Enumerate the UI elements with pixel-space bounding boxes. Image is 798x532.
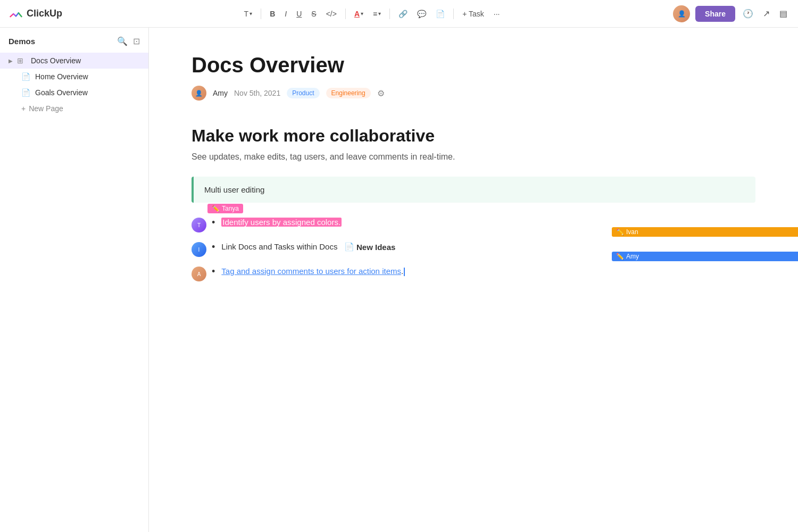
strikethrough-button[interactable]: S [308,7,319,20]
sidebar-workspace-title: Demos [9,37,35,46]
bullet-text-3: Tag and assign comments to users for act… [221,267,755,276]
separator4 [453,9,454,19]
bullet-dot-3: • [212,266,215,277]
doc-button[interactable]: 📄 [433,7,448,20]
cursor-label-amy: ✏️ Amy [612,252,798,261]
sidebar-item-goals-overview[interactable]: 📄 Goals Overview [0,85,148,101]
author-avatar: 👤 [192,86,206,101]
document-content: Docs Overview 👤 Amy Nov 5th, 2021 Produc… [149,28,798,532]
link-button[interactable]: 🔗 [395,7,411,20]
sidebar-header-icons: 🔍 ⊡ [117,36,140,46]
sidebar-item-docs-overview[interactable]: ▶ ⊞ Docs Overview [0,53,148,69]
separator [261,9,261,19]
sidebar-item-label: Goals Overview [35,88,88,97]
tag-engineering[interactable]: Engineering [326,88,371,98]
plus-icon: + [21,104,26,113]
underline-button[interactable]: U [293,7,305,20]
expand-arrow-icon: ▶ [9,58,13,64]
toolbar: ClickUp T ▾ B I U S </> A ▾ ≡ ▾ 🔗 💬 📄 + … [0,0,798,28]
callout-box: Multi user editing [192,177,755,203]
main-layout: Demos 🔍 ⊡ ▶ ⊞ Docs Overview 📄 Home Overv… [0,28,798,532]
layout-button[interactable]: ▤ [777,6,789,21]
more-button[interactable]: ··· [491,7,503,20]
document-title: Docs Overview [192,53,755,77]
cursor-name-amy: Amy [626,253,639,260]
bullet-text-1: Identify users by assigned colors. [221,218,755,227]
link-text[interactable]: Tag and assign comments to users for act… [221,267,401,276]
logo: ClickUp [9,6,62,21]
history-button[interactable]: 🕐 [741,6,755,21]
author-name: Amy [213,89,228,97]
document-meta: 👤 Amy Nov 5th, 2021 Product Engineering … [192,86,755,101]
text-formatting-toolbar: T ▾ B I U S </> A ▾ ≡ ▾ 🔗 💬 📄 + Task ··· [75,7,669,20]
bullet-item-2: ✏️ Ivan ✏️ Amy I • Link Docs and Tasks w… [192,242,755,257]
clickup-logo-icon [9,6,23,21]
section-subtitle: See updates, make edits, tag users, and … [192,152,755,162]
sidebar-collapse-button[interactable]: ⊡ [133,36,140,46]
text-style-button[interactable]: T ▾ [241,7,256,20]
document-date: Nov 5th, 2021 [234,89,280,97]
code-button[interactable]: </> [323,7,340,20]
sidebar: Demos 🔍 ⊡ ▶ ⊞ Docs Overview 📄 Home Overv… [0,28,149,532]
sidebar-header: Demos 🔍 ⊡ [0,36,148,53]
cursor-label-ivan: ✏️ Ivan [612,227,798,237]
docs-overview-icon: ⊞ [17,56,27,65]
comment-button[interactable]: 💬 [414,7,429,20]
bold-button[interactable]: B [267,7,278,20]
align-button[interactable]: ≡ ▾ [370,7,384,20]
doc-link[interactable]: 📄 New Ideas [344,242,395,252]
home-overview-icon: 📄 [21,72,31,81]
italic-button[interactable]: I [281,7,290,20]
sidebar-new-page[interactable]: + New Page [0,101,148,117]
new-page-label: New Page [29,104,63,113]
share-button[interactable]: Share [695,6,735,22]
user-avatar: 👤 [673,5,690,22]
sidebar-search-button[interactable]: 🔍 [117,36,128,46]
separator3 [389,9,390,19]
cursor-name-tanya: Tanya [222,205,239,212]
bullet-text-2: Link Docs and Tasks within Docs 📄 New Id… [221,242,755,252]
add-task-button[interactable]: + Task [459,7,487,20]
sidebar-item-home-overview[interactable]: 📄 Home Overview [0,69,148,85]
text-cursor [404,268,405,276]
section-heading: Make work more collaborative [192,126,755,146]
bullet-list: ✏️ Tanya T • Identify users by assigned … [192,218,755,281]
bullet-avatar-1: T [192,218,206,232]
bullet-avatar-2: I [192,242,206,257]
separator2 [345,9,346,19]
font-color-button[interactable]: A ▾ [351,7,367,20]
goals-overview-icon: 📄 [21,88,31,97]
expand-button[interactable]: ↗ [761,6,772,21]
sidebar-item-label: Docs Overview [31,56,81,65]
cursor-label-tanya: ✏️ Tanya [207,204,243,213]
bullet-item-3: A • Tag and assign comments to users for… [192,267,755,281]
bullet-avatar-3: A [192,267,206,281]
bullet-dot-1: • [212,217,215,228]
doc-link-text: New Ideas [356,243,395,252]
toolbar-right: 👤 Share 🕐 ↗ ▤ [673,5,789,22]
logo-text: ClickUp [27,8,62,19]
cursor-name-ivan: Ivan [626,228,638,236]
bullet-dot-2: • [212,242,215,253]
callout-text: Multi user editing [204,185,264,194]
highlighted-text: Identify users by assigned colors. [221,218,342,227]
sidebar-item-label: Home Overview [35,72,88,81]
tag-product[interactable]: Product [287,88,319,98]
settings-icon[interactable]: ⚙ [377,88,385,98]
